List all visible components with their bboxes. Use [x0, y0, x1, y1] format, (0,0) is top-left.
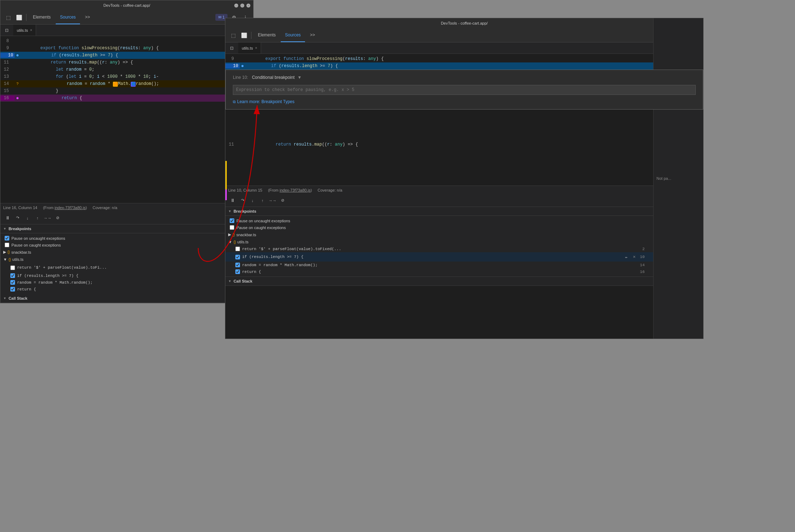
magenta-strip-front	[225, 189, 227, 200]
step-out-btn-back[interactable]: ↑	[33, 214, 42, 222]
breakpoints-scroll-front[interactable]: ▼ Breakpoints Pause on uncaught exceptio…	[225, 207, 653, 339]
callstack-header-front[interactable]: ▼ Call Stack	[225, 277, 653, 286]
line-num-14: 14	[0, 81, 15, 86]
step-into-btn-front[interactable]: ↓	[248, 196, 257, 205]
snackbar-filename-back: snackbar.ts	[11, 250, 31, 254]
toolbar-sep1-back	[26, 14, 26, 21]
inspect-icon-back[interactable]: ⬚	[3, 12, 13, 22]
minimize-btn-back[interactable]: —	[234, 4, 238, 7]
coverage-back: Coverage: n/a	[92, 206, 117, 210]
sidebar-toggle-back[interactable]: ⊡	[2, 25, 12, 35]
bp-check-4-front[interactable]	[235, 269, 240, 274]
snackbar-filename-front: snackbar.ts	[236, 233, 256, 237]
device-icon-front[interactable]: ⬜	[239, 30, 249, 40]
breakpoints-chevron-back: ▼	[3, 227, 6, 230]
no-stepping-btn-front[interactable]: ⊘	[278, 196, 287, 205]
close-file-tab-back[interactable]: ×	[30, 28, 32, 32]
callstack-chevron-back: ▼	[3, 297, 6, 300]
device-icon-back[interactable]: ⬜	[14, 12, 24, 22]
line-num-10: 10	[0, 53, 15, 58]
window-controls-back: — □ ×	[234, 4, 250, 7]
file-group-snackbar-back[interactable]: ▶ {} snackbar.ts	[0, 248, 253, 256]
conditional-breakpoint-popup: Line 10: Conditional breakpoint ▼ ⧉ Lear…	[225, 70, 703, 110]
pause-uncaught-check-back[interactable]	[5, 236, 9, 240]
maximize-btn-back[interactable]: □	[240, 4, 244, 7]
tab-sources-front[interactable]: Sources	[281, 28, 305, 42]
bp-check-1-front[interactable]	[235, 247, 240, 251]
pause-btn-back[interactable]: ⏸	[3, 214, 12, 222]
breakpoints-header-front[interactable]: ▼ Breakpoints	[225, 207, 653, 216]
bp-check-2-front[interactable]	[235, 255, 240, 259]
continue-btn-back[interactable]: →→	[43, 214, 52, 222]
bp-check-3-back[interactable]	[10, 280, 15, 285]
breakpoints-panel-back: ▼ Breakpoints Pause on uncaught exceptio…	[0, 224, 253, 294]
bp-code-1-back: return '$' + parseFloat(value).toFi...	[17, 265, 223, 270]
pause-btn-front[interactable]: ⏸	[228, 196, 237, 205]
source-link-front[interactable]: index-73f73a80.js	[280, 188, 311, 192]
tab-more-back[interactable]: >>	[81, 10, 94, 24]
popup-dropdown-icon[interactable]: ▼	[298, 75, 302, 80]
tab-elements-back[interactable]: Elements	[29, 10, 55, 24]
pause-caught-check-back[interactable]	[5, 243, 9, 247]
toolbar-sep1-front	[251, 32, 251, 39]
continue-btn-front[interactable]: →→	[268, 196, 277, 205]
step-out-btn-front[interactable]: ↑	[258, 196, 267, 205]
bp-check-4-back[interactable]	[10, 287, 15, 292]
close-btn-back[interactable]: ×	[246, 4, 250, 7]
utils-file-icon-back: {}	[9, 258, 11, 262]
bp-check-1-back[interactable]	[10, 265, 15, 270]
bp-code-3-front: random = random * Math.random();	[242, 263, 318, 267]
popup-line-label: Line 10:	[233, 75, 250, 80]
utils-file-icon-front: {}	[234, 240, 236, 244]
step-over-btn-front[interactable]: ↷	[238, 196, 247, 205]
file-tabs-front: ⊡ utils.ts ×	[225, 42, 703, 54]
line-num-9-front: 9	[225, 56, 240, 61]
file-tab-utils-front[interactable]: utils.ts ×	[238, 42, 261, 54]
learn-more-link[interactable]: Learn more: Breakpoint Types	[237, 99, 295, 104]
bp-check-3-front[interactable]	[235, 263, 240, 267]
bp-check-2-back[interactable]	[10, 273, 15, 278]
file-group-utils-front[interactable]: ▼ {} utils.ts	[225, 238, 653, 245]
callstack-title-front: Call Stack	[234, 279, 252, 283]
step-over-btn-back[interactable]: ↷	[13, 214, 22, 222]
bp-edit-btn-2-front[interactable]: ✏	[623, 253, 630, 260]
top-toolbar-back: ⬚ ⬜ Elements Sources >> ✉ 1 ⚙ ⋮	[0, 10, 253, 25]
pause-uncaught-label-front: Pause on uncaught exceptions	[236, 219, 290, 223]
line-code-16: return {	[20, 91, 82, 106]
pause-caught-check-front[interactable]	[230, 225, 234, 230]
pause-uncaught-check-front[interactable]	[230, 218, 234, 223]
step-into-btn-back[interactable]: ↓	[23, 214, 32, 222]
top-toolbar-front: ⬚ ⬜ Elements Sources >> ✉ 1 ⚙ ⋮	[225, 28, 703, 42]
close-file-tab-front[interactable]: ×	[255, 46, 257, 50]
popup-title: Line 10: Conditional breakpoint ▼	[233, 75, 696, 80]
window-title-front: DevTools - coffee-cart.app/	[441, 21, 488, 25]
no-stepping-btn-back[interactable]: ⊘	[53, 214, 62, 222]
bp-delete-btn-2-front[interactable]: ×	[631, 253, 638, 260]
inspect-icon-front[interactable]: ⬚	[228, 30, 238, 40]
breakpoints-header-back[interactable]: ▼ Breakpoints	[0, 224, 253, 233]
snackbar-chevron-front: ▶	[228, 232, 231, 237]
code-area-back: 8 9 export function slowProcessing(resul…	[0, 36, 253, 203]
source-link-back[interactable]: index-73f73a80.js	[55, 206, 86, 210]
conditional-expression-input[interactable]	[233, 85, 696, 95]
bp-item-1-front: return '$' + parseFloat(value).toFixed(.…	[225, 245, 653, 252]
file-group-utils-back[interactable]: ▼ {} utils.ts	[0, 256, 253, 263]
callstack-header-back[interactable]: ▼ Call Stack	[0, 294, 253, 303]
bp-num-3-front: 14	[640, 263, 645, 267]
popup-link-row: ⧉ Learn more: Breakpoint Types	[233, 99, 696, 104]
file-tab-utils-back[interactable]: utils.ts ×	[13, 25, 36, 36]
cursor-position-back: Line 16, Column 14	[3, 206, 37, 210]
line-num-16: 16	[0, 96, 15, 101]
tab-sources-back[interactable]: Sources	[56, 10, 80, 24]
line-code-11-front: return results.map((r: any) => {	[240, 137, 358, 152]
tab-elements-front[interactable]: Elements	[254, 28, 280, 42]
cursor-position-front: Line 10, Column 15	[228, 188, 262, 192]
source-from-front: (From index-73f73a80.js)	[268, 188, 312, 192]
tab-more-front[interactable]: >>	[306, 28, 319, 42]
file-group-snackbar-front[interactable]: ▶ {} snackbar.ts	[225, 231, 653, 238]
bp-num-1-front: 2	[642, 247, 645, 251]
bp-code-1-front: return '$' + parseFloat(value).toFixed(.…	[242, 247, 640, 251]
sidebar-toggle-front[interactable]: ⊡	[227, 43, 237, 53]
code-area-front: 9 export function slowProcessing(results…	[225, 54, 703, 186]
breakpoints-title-front: Breakpoints	[234, 209, 256, 213]
